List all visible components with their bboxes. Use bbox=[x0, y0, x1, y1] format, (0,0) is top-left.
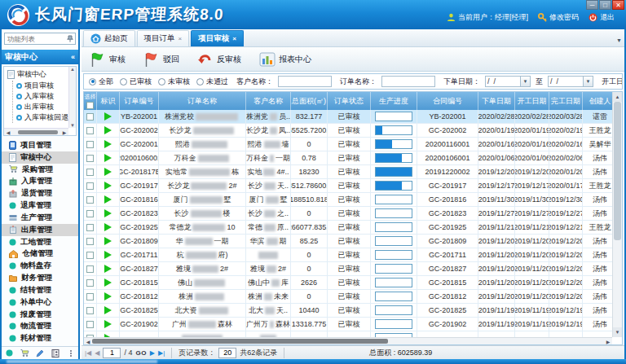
column-header-完工日期[interactable]: 完工日期 bbox=[549, 92, 583, 110]
table-row[interactable]: GC-201825北大资北大天..10440已审核GC-2018252019/1… bbox=[84, 304, 622, 318]
table-row[interactable]: GC-201823长沙楼长沙之..0已审核GC-2018232019/11/27… bbox=[84, 207, 622, 221]
tab-项目审核[interactable]: 项目审核× bbox=[191, 30, 244, 46]
sidebar-item-项目管理[interactable]: 项目管理 bbox=[2, 139, 78, 151]
scroll-track[interactable] bbox=[613, 102, 622, 327]
first-page-button[interactable]: |◀ bbox=[85, 349, 91, 357]
maximize-button[interactable]: □ bbox=[599, 0, 611, 10]
function-search-input[interactable] bbox=[5, 35, 67, 43]
table-row[interactable]: GC-201711杭府)0已审核GC-2017112019/11/202019/… bbox=[84, 248, 622, 262]
page-number-input[interactable] bbox=[103, 348, 121, 358]
row-checkbox[interactable] bbox=[86, 127, 94, 134]
dot-icon[interactable] bbox=[5, 349, 13, 357]
select-all-checkbox[interactable] bbox=[86, 102, 94, 109]
table-row[interactable]: GC-201917长沙龙2#长沙天..8512.78600..已审核GC-201… bbox=[84, 179, 622, 193]
sidebar-item-入库管理[interactable]: 入库管理 bbox=[2, 175, 78, 187]
scroll-left-icon[interactable]: ◀ bbox=[84, 339, 92, 344]
radio-已审核[interactable]: 已审核 bbox=[120, 77, 152, 87]
table-row[interactable]: GC-201817B实地常栋实地4#..18230已审核201912200022… bbox=[84, 165, 622, 179]
column-header-开工日期[interactable]: 开工日期 bbox=[515, 92, 549, 110]
table-row[interactable]: GC-201925常德龙10常德原..266077.835..已审核GC-201… bbox=[84, 221, 622, 235]
cart-icon[interactable] bbox=[20, 349, 29, 357]
sidebar-item-报废管理[interactable]: 报废管理 bbox=[2, 309, 78, 321]
column-header-总面积(㎡)[interactable]: 总面积(㎡) bbox=[291, 92, 328, 110]
table-horizontal-scrollbar[interactable]: ◀ ▶ bbox=[84, 337, 612, 344]
scroll-right-icon[interactable]: ▶ bbox=[604, 339, 612, 344]
反审核-button[interactable]: 反审核 bbox=[194, 50, 245, 68]
tree-item-项目审核[interactable]: 项目审核 bbox=[13, 81, 76, 91]
sidebar-item-财务管理[interactable]: 财务管理 bbox=[2, 272, 78, 284]
scroll-down-icon[interactable]: ▼ bbox=[613, 327, 622, 337]
row-checkbox[interactable] bbox=[86, 169, 94, 176]
book-icon[interactable] bbox=[51, 349, 60, 357]
sidebar-item-退库管理[interactable]: 退库管理 bbox=[2, 200, 78, 212]
sidebar-item-耗材管理[interactable]: 耗材管理 bbox=[2, 332, 78, 344]
table-row[interactable]: GC-201902广州森林广州万森林13318.775已审核GC-2019022… bbox=[84, 318, 622, 331]
column-header-订单状态[interactable]: 订单状态 bbox=[328, 92, 371, 110]
table-row[interactable]: GC-201827雅境2#雅境2#0已审核GC-2018272019/11/20… bbox=[84, 262, 622, 276]
radio-全部[interactable]: 全部 bbox=[89, 77, 113, 87]
row-checkbox[interactable] bbox=[86, 238, 94, 245]
row-checkbox[interactable] bbox=[86, 293, 94, 300]
customer-name-input[interactable] bbox=[278, 76, 332, 87]
radio-circle[interactable] bbox=[120, 78, 127, 86]
scroll-down-icon[interactable]: ▼ bbox=[69, 123, 76, 128]
scroll-left-icon[interactable]: ◀ bbox=[4, 129, 12, 135]
pin-icon[interactable] bbox=[67, 35, 73, 42]
column-header-订单编号[interactable]: 订单编号 bbox=[120, 92, 159, 110]
tab-起始页[interactable]: 起始页 bbox=[83, 30, 135, 46]
row-checkbox[interactable] bbox=[86, 155, 94, 162]
row-checkbox[interactable] bbox=[86, 252, 94, 259]
order-date-from-input[interactable] bbox=[485, 76, 521, 87]
sidebar-item-审核中心[interactable]: 审核中心 bbox=[2, 151, 78, 164]
column-header-下单日期[interactable]: 下单日期 bbox=[478, 92, 515, 110]
minimize-button[interactable]: ─ bbox=[586, 0, 598, 10]
tree-vertical-scrollbar[interactable]: ▲▼ bbox=[68, 67, 76, 128]
row-checkbox[interactable] bbox=[86, 141, 94, 148]
tree-horizontal-scrollbar[interactable]: ◀▶ bbox=[4, 128, 68, 135]
close-button[interactable]: ✕ bbox=[612, 0, 624, 10]
next-page-button[interactable]: ▶ bbox=[150, 349, 155, 357]
radio-未审核[interactable]: 未审核 bbox=[158, 77, 190, 87]
scroll-up-icon[interactable]: ▲ bbox=[613, 92, 622, 102]
order-date-to-input[interactable] bbox=[548, 76, 584, 87]
table-vertical-scrollbar[interactable]: ▲ ▼ bbox=[612, 92, 622, 337]
报表中心-button[interactable]: 报表中心 bbox=[256, 50, 315, 68]
sidebar-item-补单中心[interactable]: 补单中心 bbox=[2, 296, 78, 309]
collapse-panel-icon[interactable]: « bbox=[71, 53, 75, 61]
sidebar-item-结转管理[interactable]: 结转管理 bbox=[2, 284, 78, 296]
column-header-生产进度[interactable]: 生产进度 bbox=[371, 92, 417, 110]
tab-close-icon[interactable]: × bbox=[232, 35, 236, 42]
table-row[interactable]: GC-202002长沙龙长沙龙凤..65525.7200..已审核GC-2020… bbox=[84, 124, 622, 138]
last-page-button[interactable]: ▶| bbox=[158, 349, 165, 357]
tab-overflow-icon[interactable]: ▼ bbox=[616, 37, 622, 43]
tree-item-入库审核回退[interactable]: 入库审核回退 bbox=[13, 112, 76, 123]
go-button[interactable]: GO bbox=[135, 349, 146, 357]
chevron-down-icon[interactable]: ▼ bbox=[521, 76, 531, 87]
prev-page-button[interactable]: ◀ bbox=[95, 349, 99, 357]
chevron-down-icon[interactable]: ▼ bbox=[584, 76, 593, 87]
scroll-up-icon[interactable]: ▲ bbox=[69, 67, 76, 72]
table-row[interactable]: YB-202001株洲党校株洲党员..832.177已审核YB-20200120… bbox=[84, 110, 622, 124]
row-checkbox[interactable] bbox=[86, 265, 94, 273]
page-size-input[interactable] bbox=[218, 348, 236, 358]
row-checkbox[interactable] bbox=[86, 307, 94, 314]
审核-button[interactable]: 审核 bbox=[86, 50, 129, 69]
order-name-input[interactable] bbox=[381, 76, 435, 87]
sidebar-item-物料盘存[interactable]: 物料盘存 bbox=[2, 260, 78, 272]
radio-circle[interactable] bbox=[158, 78, 165, 86]
scroll-thumb[interactable] bbox=[92, 339, 388, 344]
change-password-button[interactable]: 修改密码 bbox=[538, 12, 579, 23]
tab-项目订单[interactable]: 项目订单× bbox=[137, 30, 190, 46]
row-checkbox[interactable] bbox=[86, 182, 94, 190]
pen-icon[interactable] bbox=[36, 349, 44, 357]
radio-circle[interactable] bbox=[89, 78, 96, 86]
table-row[interactable]: GC-201816厦门墅厦门墅188510.818已审核GC-201816201… bbox=[84, 193, 622, 207]
column-header-标识[interactable]: 标识 bbox=[97, 92, 120, 110]
column-header-合同编号[interactable]: 合同编号 bbox=[417, 92, 478, 110]
sidebar-item-仓储管理[interactable]: 仓储管理 bbox=[2, 248, 78, 260]
row-checkbox[interactable] bbox=[86, 335, 94, 338]
column-header-选择[interactable]: 选择 bbox=[84, 92, 97, 110]
sidebar-item-工地管理[interactable]: 工地管理 bbox=[2, 236, 78, 248]
tree-root-node[interactable]: 审核中心 bbox=[4, 67, 76, 81]
more-icon[interactable] bbox=[67, 349, 75, 357]
